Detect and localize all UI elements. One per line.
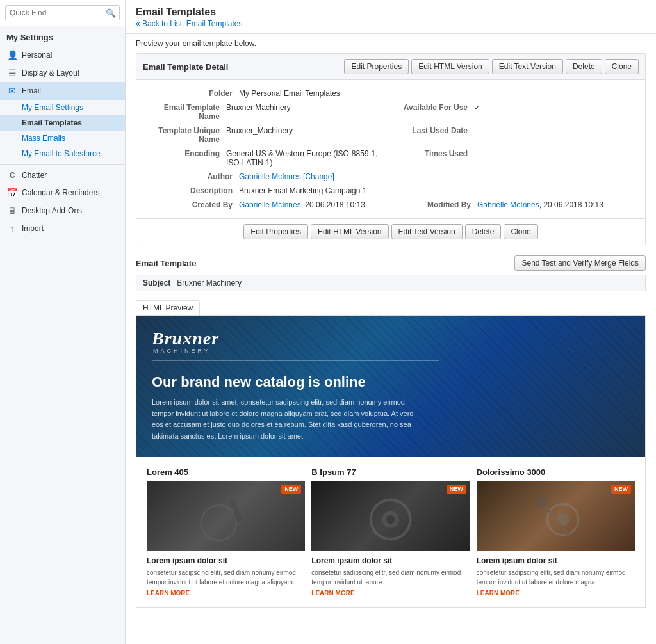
created-by-link[interactable]: Gabrielle McInnes [239,200,301,209]
unique-name-row: Template Unique Name Bruxner_Machinery L… [136,124,645,147]
author-label: Author [143,172,239,181]
product-desc-title-0: Lorem ipsum dolor sit [147,556,305,565]
tab-html-preview[interactable]: HTML Preview [136,300,200,315]
display-icon: ☰ [6,68,18,78]
hero-body-text: Lorem ipsum dolor sit amet, consetetur s… [152,397,421,442]
modified-by-value: Gabrielle McInnes, 20.06.2018 10:13 [477,200,639,209]
edit-properties-button-top[interactable]: Edit Properties [344,59,409,74]
edit-properties-button-bottom[interactable]: Edit Properties [243,224,308,239]
new-badge-1: NEW [447,485,466,494]
sidebar-sub-item-my-email-settings[interactable]: My Email Settings [0,100,125,115]
sidebar-title: My Settings [0,26,125,46]
product-card-0: Lorem 405 NEW Lorem ipsum d [147,467,305,597]
last-used-label: Last Used Date [391,126,474,144]
encoding-value: General US & Western Europe (ISO-8859-1,… [226,149,391,167]
template-section: Email Template Send Test and Verify Merg… [136,252,646,608]
hero-headline: Our brand new catalog is online [152,374,630,390]
sidebar-sub-item-email-templates[interactable]: Email Templates [0,115,125,131]
product-image-0: NEW [147,481,305,551]
brand-name: Bruxner [152,328,630,349]
last-used-col: Last Used Date [391,126,639,144]
product-desc-text-1: consetetur sadipscing elitr, sed diam no… [311,568,470,587]
detail-section: Email Template Detail Edit Properties Ed… [136,53,646,245]
modified-by-link[interactable]: Gabrielle McInnes [477,200,539,209]
sidebar-item-chatter[interactable]: C Chatter [0,167,125,184]
email-preview-wrapper: Bruxner Machinery Our brand new catalog … [136,315,646,608]
author-value: Gabrielle McInnes [Change] [239,172,639,181]
clone-button-top[interactable]: Clone [605,59,639,74]
email-preview: Bruxner Machinery Our brand new catalog … [136,316,645,607]
sidebar-sub-item-my-email-to-salesforce[interactable]: My Email to Salesforce [0,146,125,161]
template-section-title: Email Template [136,259,196,268]
edit-html-button-bottom[interactable]: Edit HTML Version [311,224,389,239]
subject-value: Bruxner Machinery [177,278,242,287]
folder-label: Folder [143,89,239,98]
sidebar-item-label-desktop: Desktop Add-Ons [22,206,82,215]
product-desc-title-2: Lorem ipsum dolor sit [477,556,635,565]
modified-by-date: , 20.06.2018 10:13 [539,200,603,209]
description-label: Description [143,186,239,195]
clone-button-bottom[interactable]: Clone [504,224,537,239]
encoding-col: Encoding General US & Western Europe (IS… [143,149,391,167]
new-badge-0: NEW [281,485,301,494]
product-image-1: NEW [311,481,470,551]
product-card-1: B Ipsum 77 NEW Lorem ipsum [311,467,470,597]
products-section: Lorem 405 NEW Lorem ipsum d [136,457,645,607]
product-title-0: Lorem 405 [147,467,305,477]
product-title-2: Dolorissimo 3000 [477,467,635,477]
product-title-1: B Ipsum 77 [311,467,470,477]
modified-by-label: Modified By [400,200,477,209]
delete-button-bottom[interactable]: Delete [465,224,502,239]
sidebar-item-label-display: Display & Layout [22,68,79,77]
sidebar-item-calendar[interactable]: 📅 Calendar & Reminders [0,184,125,202]
search-input[interactable] [5,5,120,20]
times-used-label: Times Used [391,149,474,167]
sidebar-item-desktop-addons[interactable]: 🖥 Desktop Add-Ons [0,202,125,220]
product-desc-text-2: consetetur sadipscing elitr, sed diam no… [477,568,635,587]
created-by-date: , 20.06.2018 10:13 [301,200,365,209]
learn-more-link-0[interactable]: LEARN MORE [147,590,305,597]
sidebar-sub-item-mass-emails[interactable]: Mass Emails [0,131,125,146]
preview-text: Preview your email template below. [126,34,656,53]
sidebar-item-email[interactable]: ✉ Email [0,82,125,100]
created-by-label: Created By [143,200,239,209]
template-section-header: Email Template Send Test and Verify Merg… [136,252,646,275]
sidebar-item-import[interactable]: ↑ Import [0,220,125,237]
description-row: Description Bruxner Email Marketing Camp… [136,184,645,198]
sidebar-item-display-layout[interactable]: ☰ Display & Layout [0,64,125,82]
folder-row: Folder My Personal Email Templates [136,86,645,101]
product-card-2: Dolorissimo 3000 NEW [477,467,635,597]
sidebar-item-label-calendar: Calendar & Reminders [22,188,99,197]
author-link[interactable]: Gabrielle McInnes [239,172,301,181]
email-hero: Bruxner Machinery Our brand new catalog … [136,316,645,457]
learn-more-link-1[interactable]: LEARN MORE [311,590,470,597]
brand-divider [152,360,439,361]
created-by-value: Gabrielle McInnes, 20.06.2018 10:13 [239,200,400,209]
svg-point-5 [386,515,395,524]
edit-text-button-top[interactable]: Edit Text Version [492,59,563,74]
brand-sub: Machinery [153,348,630,354]
sidebar: 🔍 My Settings 👤 Personal ☰ Display & Lay… [0,0,126,644]
edit-text-button-bottom[interactable]: Edit Text Version [391,224,463,239]
sidebar-item-label-import: Import [22,224,44,233]
subject-bar: Subject Bruxner Machinery [136,275,646,291]
page-header: Help for this Page Email Templates Back … [126,0,656,34]
delete-button-top[interactable]: Delete [566,59,602,74]
learn-more-link-2[interactable]: LEARN MORE [477,590,635,597]
times-used-col: Times Used [391,149,639,167]
detail-header: Email Template Detail Edit Properties Ed… [136,54,645,80]
edit-html-button-top[interactable]: Edit HTML Version [411,59,489,74]
author-change[interactable]: [Change] [303,172,334,181]
template-name-label: Email Template Name [143,103,226,121]
detail-section-title: Email Template Detail [143,62,228,72]
template-name-value: Bruxner Machinery [226,103,391,121]
new-badge-2: NEW [611,485,631,494]
template-name-col: Email Template Name Bruxner Machinery [143,103,391,121]
send-test-button[interactable]: Send Test and Verify Merge Fields [514,255,646,271]
sidebar-item-personal[interactable]: 👤 Personal [0,46,125,64]
tabs-row: HTML Preview [136,295,646,315]
unique-name-label: Template Unique Name [143,126,226,144]
svg-point-1 [212,516,226,530]
unique-name-value: Bruxner_Machinery [226,126,391,144]
back-link[interactable]: Back to List: Email Templates [136,19,243,28]
